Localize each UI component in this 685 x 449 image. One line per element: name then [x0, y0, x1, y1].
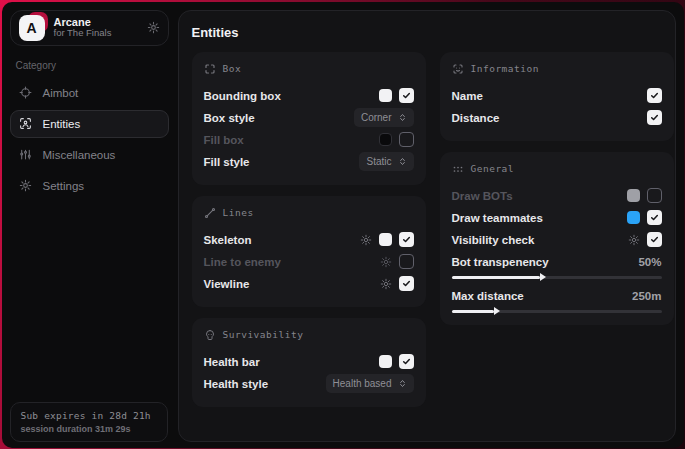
- face-scan-icon: [452, 63, 464, 75]
- setting-row-draw-teammates: Draw teammates: [452, 207, 662, 229]
- skeleton-color-swatch[interactable]: [379, 233, 392, 246]
- sidebar-item-label: Settings: [43, 180, 85, 192]
- setting-row-name: Name: [452, 85, 662, 107]
- max-distance-slider[interactable]: [452, 310, 662, 313]
- viewline-checkbox[interactable]: [399, 276, 414, 291]
- setting-row-box-style: Box style Corner: [204, 107, 414, 129]
- crosshair-icon: [19, 86, 32, 99]
- app-subtitle: for The Finals: [54, 28, 138, 39]
- sidebar: A Arcane for The Finals Category: [2, 2, 177, 448]
- health-style-dropdown[interactable]: Health based: [326, 374, 414, 393]
- card-title: Box: [223, 63, 242, 74]
- fill-box-color-swatch[interactable]: [379, 133, 392, 146]
- entity-scan-icon: [19, 117, 32, 130]
- viewline-settings-gear-icon[interactable]: [380, 278, 392, 290]
- sidebar-item-label: Miscellaneous: [43, 149, 116, 161]
- bot-transparency-value: 50%: [638, 256, 661, 268]
- setting-row-draw-bots: Draw BOTs: [452, 185, 662, 207]
- sub-expires-text: Sub expires in 28d 21h: [21, 410, 157, 421]
- sidebar-item-label: Aimbot: [43, 87, 79, 99]
- draw-bots-checkbox[interactable]: [647, 188, 662, 203]
- sidebar-item-miscellaneous[interactable]: Miscellaneous: [10, 141, 169, 169]
- health-bar-checkbox[interactable]: [399, 354, 414, 369]
- column-right: Information Name Distance: [440, 52, 674, 418]
- skeleton-settings-gear-icon[interactable]: [360, 234, 372, 246]
- draw-teammates-checkbox[interactable]: [647, 210, 662, 225]
- max-distance-slider-fill[interactable]: [452, 310, 494, 313]
- health-bar-color-swatch[interactable]: [379, 355, 392, 368]
- subscription-info-card: Sub expires in 28d 21h session duration …: [10, 402, 168, 442]
- setting-row-line-to-enemy: Line to enemy: [204, 251, 414, 273]
- max-distance-value: 250m: [632, 290, 661, 302]
- visibility-check-settings-gear-icon[interactable]: [628, 234, 640, 246]
- general-card: General Draw BOTs Draw teammates: [440, 152, 674, 325]
- main-panel: Entities Box Bounding box: [178, 10, 676, 442]
- visibility-check-checkbox[interactable]: [647, 232, 662, 247]
- lines-card: Lines Skeleton: [192, 196, 426, 307]
- sidebar-item-aimbot[interactable]: Aimbot: [10, 79, 169, 107]
- app-window: A Arcane for The Finals Category: [2, 2, 684, 448]
- sidebar-item-settings[interactable]: Settings: [10, 172, 169, 200]
- skull-icon: [204, 329, 216, 341]
- bounding-box-color-swatch[interactable]: [379, 89, 392, 102]
- box-style-dropdown[interactable]: Corner: [354, 108, 414, 127]
- card-title: General: [471, 163, 515, 174]
- draw-teammates-color-swatch[interactable]: [627, 211, 640, 224]
- sidebar-item-label: Entities: [43, 118, 81, 130]
- setting-row-visibility-check: Visibility check: [452, 229, 662, 251]
- page-title: Entities: [192, 25, 675, 40]
- bot-transparency-slider-fill[interactable]: [452, 276, 540, 279]
- sidebar-item-entities[interactable]: Entities: [10, 110, 169, 138]
- sliders-icon: [19, 148, 32, 161]
- logo-card: A Arcane for The Finals: [10, 10, 169, 46]
- card-title: Lines: [223, 207, 254, 218]
- gear-icon: [19, 179, 32, 192]
- category-label: Category: [16, 60, 169, 71]
- fill-style-dropdown[interactable]: Static: [359, 152, 413, 171]
- survivability-card: Survivability Health bar Health style: [192, 318, 426, 407]
- skeleton-checkbox[interactable]: [399, 232, 414, 247]
- setting-row-distance: Distance: [452, 107, 662, 129]
- name-checkbox[interactable]: [647, 88, 662, 103]
- bot-transparency-group: Bot transpenency 50%: [452, 253, 662, 279]
- draw-bots-color-swatch[interactable]: [627, 189, 640, 202]
- card-title: Information: [471, 63, 539, 74]
- chevrons-up-down-icon: [398, 379, 407, 388]
- chevrons-up-down-icon: [398, 157, 407, 166]
- session-duration-text: session duration 31m 29s: [21, 424, 157, 434]
- distance-checkbox[interactable]: [647, 110, 662, 125]
- chevrons-up-down-icon: [398, 113, 407, 122]
- setting-row-skeleton: Skeleton: [204, 229, 414, 251]
- app-logo: A: [19, 15, 45, 41]
- setting-row-health-bar: Health bar: [204, 351, 414, 373]
- line-to-enemy-settings-gear-icon[interactable]: [380, 256, 392, 268]
- box-card: Box Bounding box Box style: [192, 52, 426, 185]
- bounding-box-checkbox[interactable]: [399, 88, 414, 103]
- setting-row-health-style: Health style Health based: [204, 373, 414, 395]
- line-to-enemy-checkbox[interactable]: [399, 254, 414, 269]
- fill-box-checkbox[interactable]: [399, 132, 414, 147]
- setting-row-bounding-box: Bounding box: [204, 85, 414, 107]
- logo-settings-gear-icon[interactable]: [147, 21, 160, 34]
- box-brackets-icon: [204, 63, 216, 75]
- sidebar-nav: Aimbot Entities Miscel: [10, 79, 169, 200]
- grid-dots-icon: [452, 163, 464, 175]
- setting-row-fill-style: Fill style Static: [204, 151, 414, 173]
- information-card: Information Name Distance: [440, 52, 674, 141]
- diagonal-line-icon: [204, 207, 216, 219]
- max-distance-group: Max distance 250m: [452, 287, 662, 313]
- setting-row-viewline: Viewline: [204, 273, 414, 295]
- column-left: Box Bounding box Box style: [192, 52, 426, 418]
- setting-row-fill-box: Fill box: [204, 129, 414, 151]
- bot-transparency-slider[interactable]: [452, 276, 662, 279]
- logo-initial: A: [19, 15, 45, 41]
- card-title: Survivability: [223, 329, 304, 340]
